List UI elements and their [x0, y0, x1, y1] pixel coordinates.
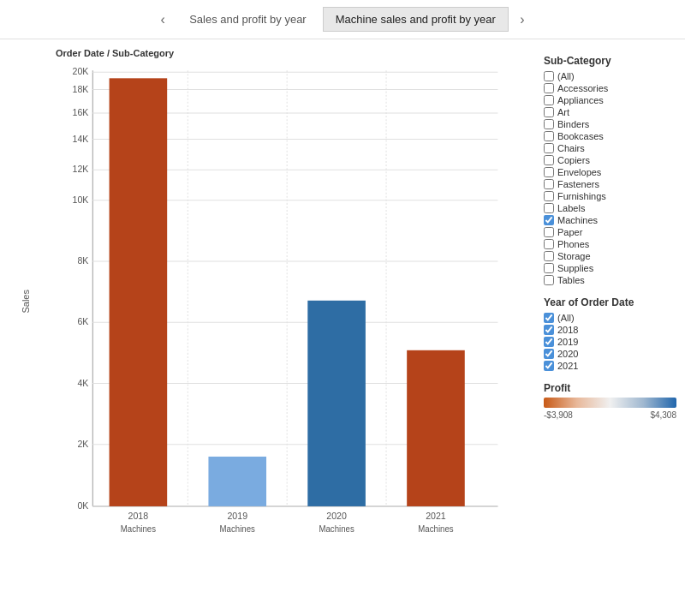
year-item-2019[interactable]: 2019: [544, 336, 676, 348]
subcategory-item-accessories[interactable]: Accessories: [544, 82, 676, 94]
subcategory-checkbox-copiers[interactable]: [544, 155, 554, 165]
subcategory-item-furnishings[interactable]: Furnishings: [544, 190, 676, 202]
subcategory-item-labels[interactable]: Labels: [544, 202, 676, 214]
profit-max: $4,308: [650, 410, 676, 420]
tab-sales-profit[interactable]: Sales and profit by year: [176, 7, 319, 32]
subcategory-item-machines[interactable]: Machines: [544, 214, 676, 226]
subcategory-item-appliances[interactable]: Appliances: [544, 94, 676, 106]
subcategory-checkbox-machines[interactable]: [544, 215, 554, 225]
year-item-(all)[interactable]: (All): [544, 312, 676, 324]
subcategory-item-binders[interactable]: Binders: [544, 118, 676, 130]
bar-2019[interactable]: [208, 457, 266, 506]
subcategory-checkbox-labels[interactable]: [544, 203, 554, 213]
subcategory-item-paper[interactable]: Paper: [544, 226, 676, 238]
profit-legend: -$3,908 $4,308: [544, 398, 676, 420]
bar-2020[interactable]: [307, 301, 366, 506]
header-nav: ‹ Sales and profit by year Machine sales…: [0, 0, 685, 39]
year-checkbox-2021[interactable]: [544, 361, 554, 371]
svg-text:Machines: Machines: [319, 524, 354, 534]
svg-text:16K: 16K: [73, 107, 90, 117]
svg-text:12K: 12K: [73, 164, 90, 174]
subcategory-checkbox-accessories[interactable]: [544, 83, 554, 93]
subcategory-checkbox-furnishings[interactable]: [544, 191, 554, 201]
chart-container: Sales 0K 2K 4K 6K: [17, 62, 531, 559]
subcategory-item-envelopes[interactable]: Envelopes: [544, 166, 676, 178]
subcategory-checkbox-tables[interactable]: [544, 275, 554, 285]
profit-gradient: [544, 398, 676, 408]
subcategory-checkbox-chairs[interactable]: [544, 143, 554, 153]
subcategory-item-copiers[interactable]: Copiers: [544, 154, 676, 166]
subcategory-item-art[interactable]: Art: [544, 106, 676, 118]
svg-text:Machines: Machines: [121, 524, 156, 534]
svg-text:Machines: Machines: [220, 524, 255, 534]
profit-title: Profit: [544, 382, 676, 394]
year-checkbox-2019[interactable]: [544, 337, 554, 347]
subcategory-title: Sub-Category: [544, 55, 676, 67]
y-axis-label: Sales: [21, 290, 31, 314]
svg-text:0K: 0K: [77, 500, 89, 511]
subcategory-checkbox-bookcases[interactable]: [544, 131, 554, 141]
subcategory-item-chairs[interactable]: Chairs: [544, 142, 676, 154]
subcategory-item-supplies[interactable]: Supplies: [544, 262, 676, 274]
tab-machine-sales[interactable]: Machine sales and profit by year: [323, 7, 509, 32]
svg-text:18K: 18K: [73, 83, 90, 93]
svg-text:20K: 20K: [73, 66, 90, 76]
year-item-2020[interactable]: 2020: [544, 348, 676, 360]
subcategory-checkbox-storage[interactable]: [544, 251, 554, 261]
year-checkbox-2018[interactable]: [544, 325, 554, 335]
year-title: Year of Order Date: [544, 296, 676, 308]
chart-svg: 0K 2K 4K 6K 8K 10K 12K: [51, 62, 531, 559]
subcategory-checkbox-(all)[interactable]: [544, 71, 554, 81]
svg-text:2021: 2021: [426, 511, 446, 521]
subcategory-checkbox-fasteners[interactable]: [544, 179, 554, 189]
svg-text:14K: 14K: [73, 133, 90, 143]
subcategory-checkbox-phones[interactable]: [544, 239, 554, 249]
profit-min: -$3,908: [544, 410, 573, 420]
chart-title: Order Date / Sub-Category: [17, 48, 531, 58]
subcategory-checkbox-supplies[interactable]: [544, 263, 554, 273]
svg-text:2019: 2019: [227, 511, 247, 521]
subcategory-item-storage[interactable]: Storage: [544, 250, 676, 262]
subcategory-item-tables[interactable]: Tables: [544, 274, 676, 286]
subcategory-item-bookcases[interactable]: Bookcases: [544, 130, 676, 142]
subcategory-item--all-[interactable]: (All): [544, 70, 676, 82]
bar-2021[interactable]: [407, 350, 465, 506]
year-checkbox-(all)[interactable]: [544, 313, 554, 323]
main-content: Order Date / Sub-Category Sales 0K 2K: [0, 39, 685, 613]
chart-area: Order Date / Sub-Category Sales 0K 2K: [0, 39, 539, 613]
year-item-2018[interactable]: 2018: [544, 324, 676, 336]
prev-arrow[interactable]: ‹: [152, 9, 173, 30]
subcategory-checkbox-art[interactable]: [544, 107, 554, 117]
subcategory-checkbox-binders[interactable]: [544, 119, 554, 129]
svg-text:2K: 2K: [77, 438, 89, 448]
bar-2018[interactable]: [110, 78, 168, 506]
subcategory-checkbox-envelopes[interactable]: [544, 167, 554, 177]
sidebar: Sub-Category (All)AccessoriesAppliancesA…: [539, 39, 685, 613]
svg-text:2020: 2020: [326, 511, 347, 521]
subcategory-filter-list: (All)AccessoriesAppliancesArtBindersBook…: [544, 70, 676, 286]
svg-text:4K: 4K: [77, 377, 89, 387]
subcategory-item-phones[interactable]: Phones: [544, 238, 676, 250]
subcategory-checkbox-appliances[interactable]: [544, 95, 554, 105]
svg-text:8K: 8K: [77, 255, 89, 266]
year-item-2021[interactable]: 2021: [544, 360, 676, 372]
svg-text:Machines: Machines: [418, 524, 453, 534]
next-arrow[interactable]: ›: [512, 9, 533, 30]
year-filter-list: (All)2018201920202021: [544, 312, 676, 372]
svg-text:2018: 2018: [128, 511, 149, 521]
svg-text:6K: 6K: [77, 316, 89, 326]
svg-text:10K: 10K: [73, 194, 90, 205]
subcategory-item-fasteners[interactable]: Fasteners: [544, 178, 676, 190]
year-checkbox-2020[interactable]: [544, 349, 554, 359]
profit-labels: -$3,908 $4,308: [544, 410, 676, 420]
subcategory-checkbox-paper[interactable]: [544, 227, 554, 237]
